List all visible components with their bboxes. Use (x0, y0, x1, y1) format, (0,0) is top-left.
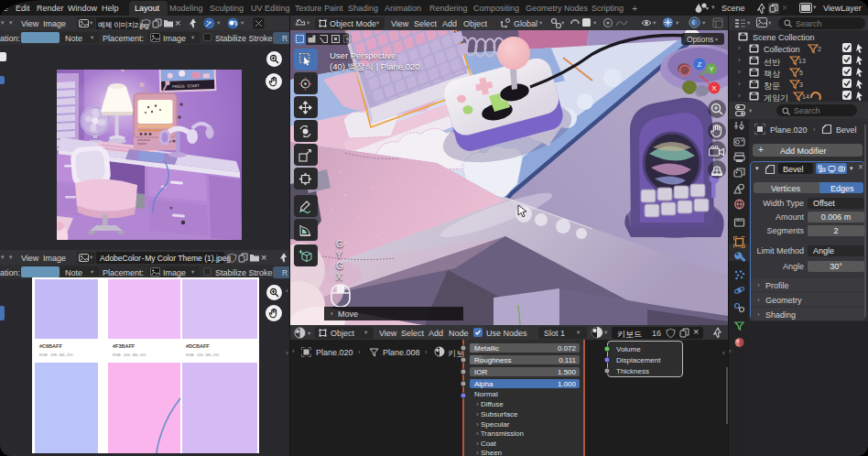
svg-text:X: X (711, 84, 717, 92)
svg-text:Y: Y (709, 65, 713, 73)
svg-text:PRESS START: PRESS START (172, 83, 200, 89)
svg-text:Z: Z (698, 60, 702, 69)
